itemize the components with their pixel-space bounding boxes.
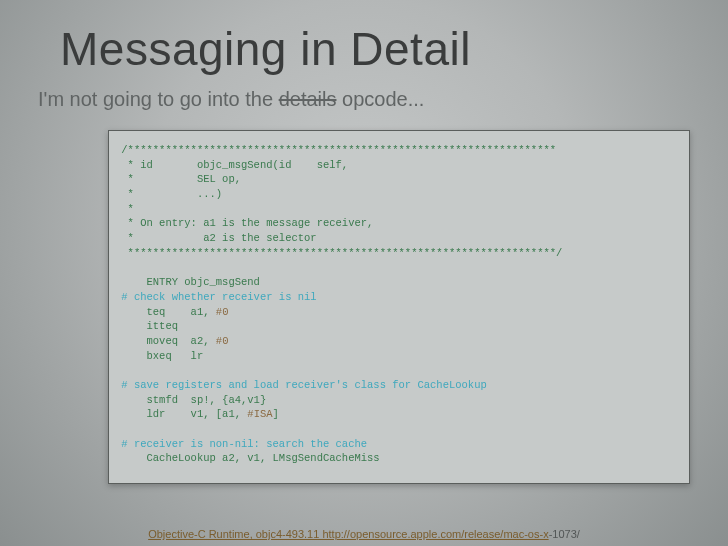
code-line: /***************************************… [115, 144, 556, 156]
code-line: moveq a2, [115, 335, 216, 347]
code-line: * SEL op, [115, 173, 241, 185]
code-line: CacheLookup a2, v1, LMsgSendCacheMiss [115, 452, 380, 464]
footer-link[interactable]: Objective-C Runtime, objc4-493.11 http:/… [148, 528, 548, 540]
code-line: * On entry: a1 is the message receiver, [115, 217, 373, 229]
code-comment: # save registers and load receiver's cla… [115, 379, 487, 391]
subtitle-pre: I'm not going to go into the [38, 88, 279, 110]
code-literal: #0 [216, 335, 229, 347]
code-line: ldr v1, [a1, [115, 408, 247, 420]
code-line [115, 262, 121, 274]
code-line: teq a1, [115, 306, 216, 318]
code-line [115, 364, 121, 376]
code-line: * id objc_msgSend(id self, [115, 159, 348, 171]
code-line: itteq [115, 320, 178, 332]
code-comment: # check whether receiver is nil [115, 291, 317, 303]
code-line [115, 423, 121, 435]
code-line: bxeq lr [115, 350, 203, 362]
footer-citation: Objective-C Runtime, objc4-493.11 http:/… [0, 528, 728, 540]
slide: Messaging in Detail I'm not going to go … [0, 0, 728, 546]
slide-subtitle: I'm not going to go into the details opc… [38, 88, 424, 111]
code-comment: # receiver is non-nil: search the cache [115, 438, 367, 450]
code-line: * ...) [115, 188, 222, 200]
code-line: ENTRY objc_msgSend [115, 276, 260, 288]
code-literal: #0 [216, 306, 229, 318]
code-line: * [115, 203, 134, 215]
code-line: ] [273, 408, 279, 420]
slide-title: Messaging in Detail [60, 22, 471, 76]
code-line: ****************************************… [115, 247, 562, 259]
subtitle-strike: details [279, 88, 337, 110]
code-line: * a2 is the selector [115, 232, 317, 244]
footer-tail: -1073/ [549, 528, 580, 540]
code-line: stmfd sp!, {a4,v1} [115, 394, 266, 406]
subtitle-post: opcode... [336, 88, 424, 110]
code-literal: #ISA [247, 408, 272, 420]
code-listing: /***************************************… [108, 130, 690, 484]
